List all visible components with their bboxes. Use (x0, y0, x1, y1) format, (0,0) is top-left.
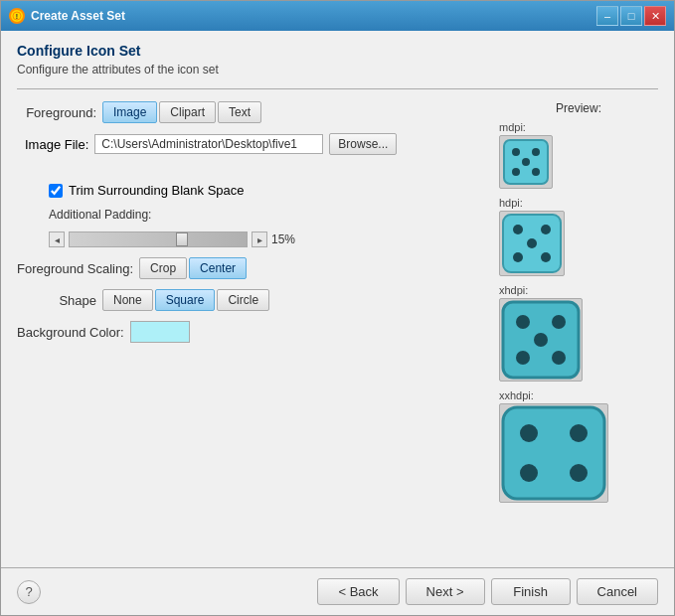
footer: ? < Back Next > Finish Cancel (1, 567, 674, 615)
left-panel: Foreground: Image Clipart Text Image Fil… (17, 101, 483, 555)
back-button[interactable]: < Back (317, 578, 399, 605)
slider-right-arrow[interactable]: ▸ (252, 231, 267, 247)
foreground-scaling-label: Foreground Scaling: (17, 261, 133, 276)
slider-thumb[interactable] (176, 232, 188, 246)
foreground-image-button[interactable]: Image (102, 101, 157, 123)
svg-rect-20 (503, 407, 604, 499)
trim-row: Trim Surrounding Blank Space (49, 183, 483, 198)
shape-label: Shape (17, 293, 96, 308)
foreground-clipart-button[interactable]: Clipart (159, 101, 216, 123)
svg-point-16 (552, 315, 566, 329)
main-panel: Foreground: Image Clipart Text Image Fil… (17, 101, 658, 555)
preview-xxhdpi-label: xxhdpi: (499, 389, 658, 401)
foreground-btn-group: Image Clipart Text (102, 101, 261, 123)
svg-point-17 (534, 333, 548, 347)
shape-square-button[interactable]: Square (155, 289, 216, 311)
slider-left-arrow[interactable]: ◂ (49, 231, 65, 247)
image-file-label: Image File: (25, 137, 88, 152)
svg-point-7 (532, 168, 540, 176)
next-button[interactable]: Next > (406, 578, 485, 605)
shape-btn-group: None Square Circle (102, 289, 269, 311)
svg-text:!: ! (16, 13, 18, 20)
minimize-button[interactable]: – (596, 6, 618, 26)
preview-xhdpi-image (499, 298, 583, 382)
preview-xhdpi: xhdpi: (499, 284, 658, 382)
preview-hdpi-image (499, 211, 565, 276)
svg-point-3 (512, 148, 520, 156)
foreground-label: Foreground: (17, 105, 96, 120)
preview-xhdpi-label: xhdpi: (499, 284, 658, 296)
svg-point-24 (570, 464, 588, 482)
svg-point-6 (512, 168, 520, 176)
preview-hdpi-label: hdpi: (499, 197, 658, 209)
shape-circle-button[interactable]: Circle (217, 289, 269, 311)
padding-percent: 15% (271, 232, 295, 246)
section-desc: Configure the attributes of the icon set (17, 63, 658, 77)
right-panel: Preview: mdpi: (499, 101, 658, 555)
finish-button[interactable]: Finish (491, 578, 571, 605)
bg-color-swatch[interactable] (130, 321, 190, 343)
main-window: ! Create Asset Set – □ ✕ Configure Icon … (0, 0, 675, 616)
footer-left: ? (17, 580, 41, 604)
svg-point-23 (520, 464, 538, 482)
cancel-button[interactable]: Cancel (577, 578, 658, 605)
titlebar: ! Create Asset Set – □ ✕ (1, 1, 674, 31)
restore-button[interactable]: □ (620, 6, 642, 26)
svg-point-9 (513, 225, 523, 234)
trim-label: Trim Surrounding Blank Space (69, 183, 245, 198)
foreground-text-button[interactable]: Text (218, 101, 261, 123)
divider (17, 88, 658, 89)
svg-point-19 (552, 351, 566, 365)
close-button[interactable]: ✕ (644, 6, 666, 26)
trim-checkbox[interactable] (49, 184, 63, 198)
svg-point-4 (532, 148, 540, 156)
svg-point-13 (541, 252, 551, 262)
svg-point-11 (527, 238, 537, 248)
preview-mdpi-label: mdpi: (499, 121, 658, 133)
svg-point-12 (513, 252, 523, 262)
help-button[interactable]: ? (17, 580, 41, 604)
titlebar-controls: – □ ✕ (596, 6, 666, 26)
section-title: Configure Icon Set (17, 43, 658, 59)
image-file-row: Image File: C:\Users\Administrator\Deskt… (25, 133, 483, 155)
svg-point-18 (516, 351, 530, 365)
scaling-crop-button[interactable]: Crop (139, 257, 187, 279)
preview-hdpi: hdpi: (499, 197, 658, 276)
spacer1 (17, 165, 483, 173)
preview-section: mdpi: (499, 121, 658, 503)
svg-point-10 (541, 225, 551, 234)
preview-mdpi-image (499, 135, 553, 189)
shape-none-button[interactable]: None (102, 289, 153, 311)
preview-xxhdpi-image (499, 403, 608, 503)
preview-label: Preview: (499, 101, 658, 115)
padding-row: Additional Padding: (49, 208, 483, 222)
window-title: Create Asset Set (31, 9, 125, 23)
bg-color-row: Background Color: (17, 321, 483, 343)
padding-label: Additional Padding: (49, 208, 151, 222)
image-file-path[interactable]: C:\Users\Administrator\Desktop\five1 (94, 134, 323, 154)
bg-color-label: Background Color: (17, 325, 124, 340)
slider-row: ◂ ▸ 15% (49, 231, 483, 247)
titlebar-icon: ! (9, 8, 25, 24)
foreground-scaling-btn-group: Crop Center (139, 257, 247, 279)
foreground-scaling-row: Foreground Scaling: Crop Center (17, 257, 483, 279)
preview-mdpi: mdpi: (499, 121, 658, 189)
browse-button[interactable]: Browse... (329, 133, 397, 155)
svg-point-21 (520, 424, 538, 442)
footer-buttons: < Back Next > Finish Cancel (317, 578, 658, 605)
svg-point-22 (570, 424, 588, 442)
content-area: Configure Icon Set Configure the attribu… (1, 31, 674, 567)
foreground-row: Foreground: Image Clipart Text (17, 101, 483, 123)
scaling-center-button[interactable]: Center (189, 257, 247, 279)
shape-row: Shape None Square Circle (17, 289, 483, 311)
slider-track[interactable] (69, 231, 248, 247)
svg-point-5 (522, 158, 530, 166)
preview-xxhdpi: xxhdpi: (499, 389, 658, 503)
svg-point-15 (516, 315, 530, 329)
